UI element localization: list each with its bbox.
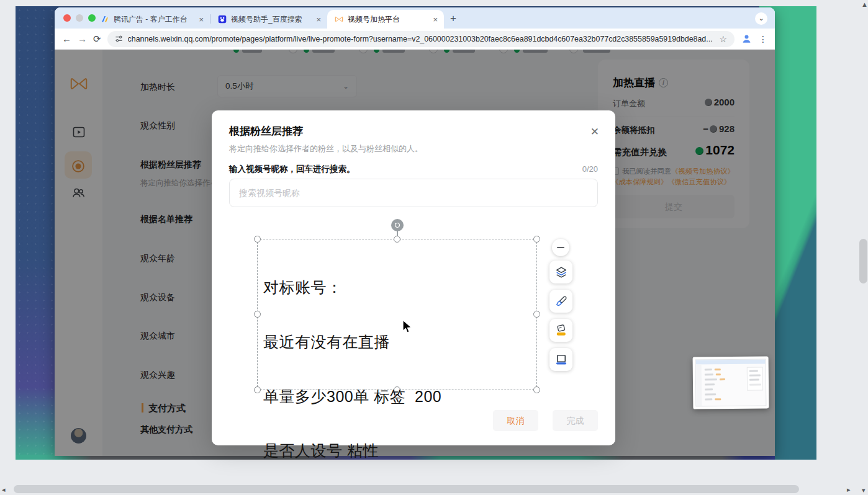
reload-icon[interactable]: ⟳ (93, 33, 101, 45)
brush-icon (554, 295, 568, 308)
brush-tool-button[interactable] (549, 290, 572, 313)
forward-icon[interactable]: → (78, 33, 87, 44)
resize-handle-e[interactable] (533, 311, 540, 318)
thumbnail-summary-panel (747, 367, 763, 390)
paint-fill-icon (554, 324, 568, 337)
resize-handle-nw[interactable] (254, 236, 261, 243)
tab-title: 视频号加热平台 (348, 14, 428, 25)
tencent-ads-icon (101, 15, 109, 24)
search-input[interactable] (229, 179, 598, 207)
screen-tool-button[interactable] (549, 348, 572, 371)
vertical-scrollbar-thumb[interactable] (859, 239, 867, 283)
modal-title: 根据粉丝层推荐 (229, 124, 303, 138)
back-icon[interactable]: ← (62, 33, 71, 44)
mouse-cursor (402, 319, 413, 334)
annotation-note-text[interactable]: 对标账号： 最近有没有在直播 单量多少300单 标签 200 是否人设号 粘性 … (263, 243, 441, 495)
tab-strip: 腾讯广告 - 客户工作台 × 视频号助手_百度搜索 × 视频号加热平台 × + … (55, 7, 775, 29)
layers-tool-button[interactable] (549, 261, 572, 283)
rotate-handle-icon[interactable] (391, 219, 404, 231)
close-window-button[interactable] (63, 14, 71, 22)
minimize-window-button[interactable] (76, 14, 83, 22)
scroll-right-icon[interactable]: ▸ (847, 486, 851, 494)
baidu-icon (218, 15, 227, 24)
scroll-up-icon[interactable]: ▲ (861, 1, 868, 8)
annotation-selection-box[interactable]: 对标账号： 最近有没有在直播 单量多少300单 标签 200 是否人设号 粘性 … (257, 239, 537, 390)
scroll-left-icon[interactable]: ◂ (2, 486, 6, 494)
screenshot-preview-thumbnail[interactable] (693, 356, 769, 409)
tab-tencent-ads[interactable]: 腾讯广告 - 客户工作台 × (93, 10, 210, 29)
fill-tool-button[interactable] (549, 319, 572, 342)
resize-handle-w[interactable] (254, 311, 261, 318)
close-tab-icon[interactable]: × (316, 15, 321, 24)
window-controls (63, 14, 96, 22)
tab-baidu-search[interactable]: 视频号助手_百度搜索 × (210, 10, 327, 29)
tab-channels-platform[interactable]: 视频号加热平台 × (327, 10, 444, 29)
resize-handle-se[interactable] (533, 386, 540, 393)
tab-search-button[interactable]: ⌄ (755, 12, 767, 25)
address-bar[interactable]: channels.weixin.qq.com/promote/pages/pla… (107, 31, 735, 47)
laptop-icon (554, 353, 568, 367)
viewer-canvas: { "browser": { "tabs": [ { "title": "腾讯广… (0, 0, 868, 495)
tab-title: 腾讯广告 - 客户工作台 (114, 14, 194, 25)
profile-avatar-icon[interactable] (741, 33, 753, 45)
resize-handle-ne[interactable] (533, 236, 540, 243)
collapse-palette-button[interactable] (552, 239, 569, 256)
fans-recommend-modal: 根据粉丝层推荐 ✕ 将定向推给你选择作者的粉丝，以及与粉丝相似的人。 输入视频号… (212, 110, 615, 445)
new-tab-button[interactable]: + (450, 12, 456, 25)
horizontal-scrollbar-thumb[interactable] (14, 485, 799, 493)
close-modal-icon[interactable]: ✕ (590, 125, 599, 138)
resize-handle-n[interactable] (394, 236, 400, 243)
close-tab-icon[interactable]: × (433, 15, 438, 24)
url-text[interactable]: channels.weixin.qq.com/promote/pages/pla… (128, 35, 713, 43)
bookmark-star-icon[interactable]: ☆ (719, 34, 727, 44)
modal-subtitle: 将定向推给你选择作者的粉丝，以及与粉丝相似的人。 (229, 143, 423, 154)
layers-icon (554, 265, 568, 279)
done-button[interactable]: 完成 (553, 410, 598, 431)
scroll-down-icon[interactable]: ▾ (862, 486, 866, 494)
cancel-button[interactable]: 取消 (493, 410, 538, 431)
wallpaper-left (16, 6, 59, 460)
tab-title: 视频号助手_百度搜索 (231, 14, 312, 25)
channels-icon (335, 15, 343, 24)
thumbnail-tabstrip (696, 359, 766, 364)
search-label: 输入视频号昵称，回车进行搜索。 (229, 164, 355, 175)
resize-handle-sw[interactable] (254, 386, 261, 393)
close-tab-icon[interactable]: × (199, 15, 204, 24)
site-settings-icon[interactable] (115, 35, 123, 43)
browser-toolbar: ← → ⟳ channels.weixin.qq.com/promote/pag… (55, 29, 775, 50)
minus-icon (557, 247, 564, 248)
thumbnail-content (695, 359, 767, 406)
browser-menu-icon[interactable]: ⋮ (759, 34, 767, 44)
thumbnail-sidebar (696, 364, 702, 406)
char-counter: 0/20 (582, 164, 598, 174)
